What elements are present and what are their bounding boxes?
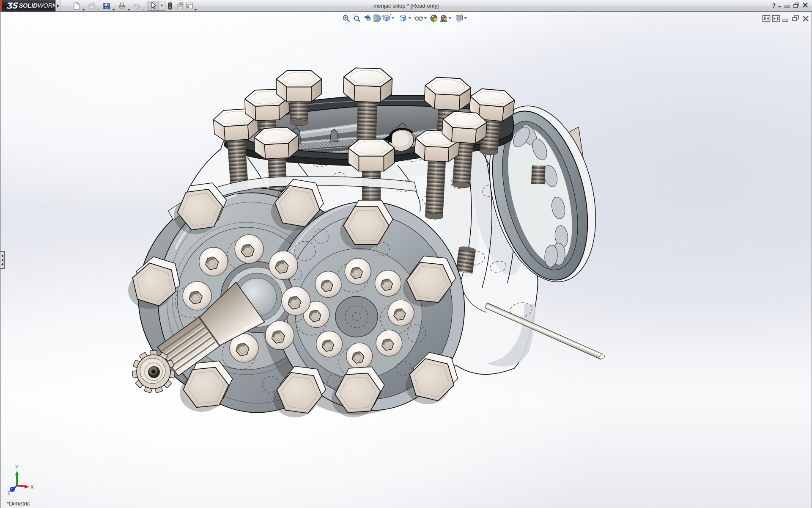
restore-button[interactable] bbox=[793, 2, 800, 10]
section-view-button[interactable] bbox=[374, 15, 381, 22]
new-document-dropdown[interactable] bbox=[82, 5, 85, 7]
solidworks-logo: ƷS SOLIDWORKS bbox=[2, 0, 55, 11]
open-document-button[interactable] bbox=[88, 2, 96, 10]
solidworks-window: ƷS SOLIDWORKS bbox=[0, 0, 812, 508]
orientation-label: *Dimetric bbox=[7, 500, 30, 507]
toolbar-expand-button[interactable] bbox=[55, 0, 60, 11]
solidworks-logo-mark: ƷS bbox=[6, 0, 17, 11]
undo-button[interactable] bbox=[133, 2, 140, 10]
graphics-area: Y X Z *Dimetric bbox=[0, 12, 812, 508]
solidworks-logo-text: SOLIDWORKS bbox=[19, 0, 60, 11]
new-document-button[interactable] bbox=[73, 2, 80, 10]
feature-manager-splitter-tab[interactable] bbox=[0, 251, 5, 268]
select-tool-button[interactable] bbox=[150, 2, 157, 11]
save-dropdown[interactable] bbox=[112, 5, 115, 7]
print-dropdown[interactable] bbox=[127, 5, 131, 7]
triad-y-label: Y bbox=[15, 464, 19, 470]
minimize-button[interactable] bbox=[784, 2, 790, 10]
display-style-button[interactable] bbox=[400, 15, 406, 21]
window-controls: ? bbox=[772, 0, 809, 11]
window-title: menjac sklop * [Read-only] bbox=[288, 0, 524, 11]
view-settings-button[interactable] bbox=[456, 14, 463, 22]
help-button[interactable]: ? bbox=[772, 3, 776, 9]
3d-viewport[interactable]: Y X Z *Dimetric bbox=[0, 12, 812, 508]
open-document-dropdown[interactable] bbox=[97, 5, 100, 7]
file-properties-button[interactable] bbox=[176, 2, 184, 10]
save-button[interactable] bbox=[103, 2, 110, 10]
title-bar: ƷS SOLIDWORKS bbox=[0, 0, 812, 12]
print-button[interactable] bbox=[118, 2, 126, 10]
close-button[interactable] bbox=[802, 2, 809, 10]
rebuild-button[interactable] bbox=[166, 2, 174, 10]
options-button[interactable] bbox=[186, 2, 193, 10]
toolbar-options-dropdown[interactable] bbox=[194, 5, 198, 7]
edit-appearance-button[interactable] bbox=[431, 15, 437, 22]
select-tool-dropdown[interactable] bbox=[159, 1, 165, 10]
undo-dropdown[interactable] bbox=[142, 5, 145, 7]
triad-x-label: X bbox=[30, 484, 34, 490]
select-tool-group bbox=[148, 1, 165, 11]
help-dropdown[interactable] bbox=[778, 2, 782, 10]
triad-z-label: Z bbox=[8, 491, 10, 495]
